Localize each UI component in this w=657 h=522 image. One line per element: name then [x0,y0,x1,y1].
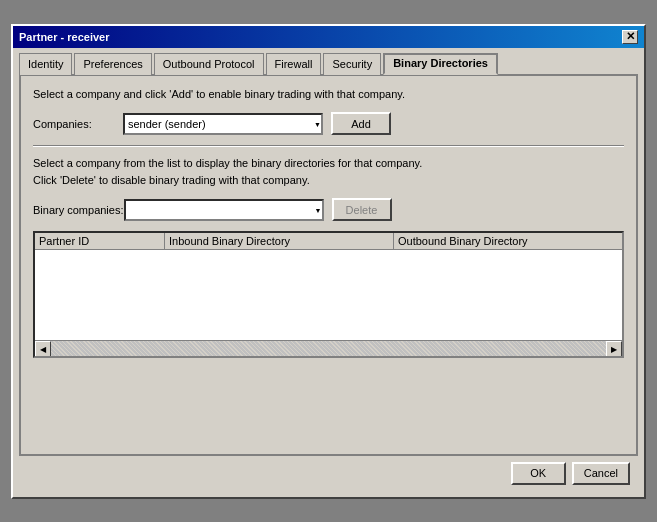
section1-text: Select a company and click 'Add' to enab… [33,86,624,103]
tab-outbound-protocol[interactable]: Outbound Protocol [154,53,264,75]
companies-select[interactable]: sender (sender) [123,113,323,135]
add-button[interactable]: Add [331,112,391,135]
tab-security[interactable]: Security [323,53,381,75]
binary-companies-row: Binary companies: Delete [33,198,624,221]
binary-companies-select[interactable] [124,199,324,221]
tab-panel-binary-directories: Select a company and click 'Add' to enab… [19,76,638,456]
companies-row: Companies: sender (sender) Add [33,112,624,135]
tab-firewall[interactable]: Firewall [266,53,322,75]
tab-identity[interactable]: Identity [19,53,72,75]
tabs-row: Identity Preferences Outbound Protocol F… [19,52,638,76]
binary-companies-select-wrapper [124,199,324,221]
title-bar-text: Partner - receiver [19,31,110,43]
tab-preferences-label: Preferences [83,58,142,70]
col-header-partner-id: Partner ID [35,233,165,249]
scroll-track[interactable] [51,341,606,356]
tab-binary-directories-label: Binary Directories [393,57,488,69]
binary-companies-label: Binary companies: [33,204,124,216]
section-divider [33,145,624,147]
table-header: Partner ID Inbound Binary Directory Outb… [35,233,622,250]
col-header-inbound: Inbound Binary Directory [165,233,394,249]
tab-identity-label: Identity [28,58,63,70]
title-bar: Partner - receiver ✕ [13,26,644,48]
ok-button[interactable]: OK [511,462,566,485]
tab-security-label: Security [332,58,372,70]
tab-preferences[interactable]: Preferences [74,53,151,75]
binary-directories-table: Partner ID Inbound Binary Directory Outb… [33,231,624,358]
dialog-body: Identity Preferences Outbound Protocol F… [13,48,644,497]
companies-label: Companies: [33,118,123,130]
horizontal-scrollbar: ◀ ▶ [35,340,622,356]
col-header-outbound: Outbound Binary Directory [394,233,622,249]
tab-binary-directories[interactable]: Binary Directories [383,53,498,75]
close-button[interactable]: ✕ [622,30,638,44]
delete-button[interactable]: Delete [332,198,392,221]
tab-outbound-protocol-label: Outbound Protocol [163,58,255,70]
bottom-buttons: OK Cancel [19,456,638,489]
tab-firewall-label: Firewall [275,58,313,70]
table-body [35,250,622,340]
section2-line1: Select a company from the list to displa… [33,157,422,169]
cancel-button[interactable]: Cancel [572,462,630,485]
dialog-window: Partner - receiver ✕ Identity Preference… [11,24,646,499]
scroll-right-button[interactable]: ▶ [606,341,622,357]
section2-text: Select a company from the list to displa… [33,155,624,188]
scroll-left-button[interactable]: ◀ [35,341,51,357]
section2-line2: Click 'Delete' to disable binary trading… [33,174,310,186]
companies-select-wrapper: sender (sender) [123,113,323,135]
